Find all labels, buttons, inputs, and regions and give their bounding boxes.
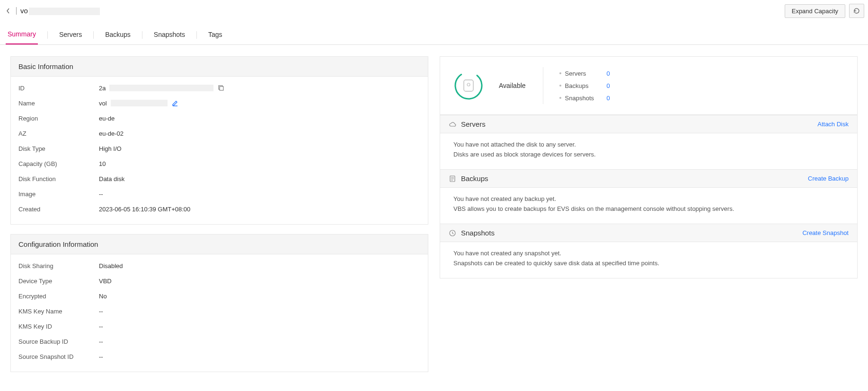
- count-servers-label: Servers: [565, 70, 603, 77]
- tab-summary[interactable]: Summary: [6, 26, 38, 44]
- backups-empty-line2: VBS allows you to create backups for EVS…: [453, 205, 844, 212]
- edit-icon[interactable]: [171, 99, 179, 107]
- section-snapshots-title: Snapshots: [461, 229, 495, 237]
- disk-icon: [463, 79, 474, 92]
- label-kms-name: KMS Key Name: [18, 308, 99, 315]
- value-capacity: 10: [99, 160, 106, 167]
- status-summary: Available Servers0 Backups0 Snapshots0: [440, 57, 857, 115]
- section-snapshots-body: You have not created any snapshot yet. S…: [440, 242, 857, 278]
- status-counts: Servers0 Backups0 Snapshots0: [543, 67, 610, 104]
- create-backup-link[interactable]: Create Backup: [808, 175, 849, 182]
- snapshots-empty-line1: You have not created any snapshot yet.: [453, 250, 844, 257]
- label-name: Name: [18, 100, 99, 107]
- section-backups-header: Backups Create Backup: [440, 169, 857, 188]
- redacted-title: [29, 8, 100, 15]
- svg-point-4: [467, 83, 470, 86]
- file-icon: [449, 175, 456, 182]
- label-kms-id: KMS Key ID: [18, 323, 99, 330]
- status-text: Available: [499, 82, 526, 89]
- left-column: Basic Information ID 2a Name vol: [10, 56, 428, 372]
- status-ring-icon: [453, 70, 484, 101]
- section-backups-body: You have not created any backup yet. VBS…: [440, 188, 857, 224]
- back-icon[interactable]: [4, 7, 12, 15]
- tab-tags[interactable]: Tags: [206, 26, 224, 44]
- refresh-icon: [853, 7, 860, 15]
- servers-empty-line2: Disks are used as block storage devices …: [453, 151, 844, 158]
- refresh-button[interactable]: [849, 4, 864, 18]
- label-disk-function: Disk Function: [18, 175, 99, 182]
- tab-snapshots[interactable]: Snapshots: [152, 26, 187, 44]
- value-image: --: [99, 191, 103, 198]
- page-header: vo Expand Capacity: [0, 0, 868, 20]
- create-snapshot-link[interactable]: Create Snapshot: [802, 229, 849, 236]
- value-id: 2a: [99, 85, 106, 92]
- label-capacity: Capacity (GB): [18, 160, 99, 167]
- value-encrypted: No: [99, 293, 107, 300]
- value-name: vol: [99, 100, 107, 107]
- section-backups-title: Backups: [461, 174, 488, 182]
- value-sharing: Disabled: [99, 262, 123, 269]
- value-region: eu-de: [99, 115, 115, 122]
- servers-empty-line1: You have not attached the disk to any se…: [453, 141, 844, 148]
- expand-capacity-button[interactable]: Expand Capacity: [785, 4, 845, 18]
- value-kms-id: --: [99, 323, 103, 330]
- label-device: Device Type: [18, 278, 99, 285]
- divider: [196, 31, 197, 39]
- value-disk-type: High I/O: [99, 145, 122, 152]
- value-device: VBD: [99, 278, 112, 285]
- count-backups-label: Backups: [565, 82, 603, 89]
- label-az: AZ: [18, 130, 99, 137]
- value-disk-function: Data disk: [99, 175, 124, 182]
- dot-icon: [559, 72, 561, 74]
- value-src-backup: --: [99, 338, 103, 345]
- dot-icon: [559, 85, 561, 87]
- section-servers-body: You have not attached the disk to any se…: [440, 133, 857, 169]
- section-snapshots-header: Snapshots Create Snapshot: [440, 224, 857, 242]
- copy-icon[interactable]: [217, 84, 225, 92]
- svg-rect-1: [220, 87, 223, 90]
- value-created: 2023-06-05 16:10:39 GMT+08:00: [99, 206, 190, 213]
- count-servers-value[interactable]: 0: [607, 70, 610, 77]
- section-servers-header: Servers Attach Disk: [440, 115, 857, 133]
- dot-icon: [559, 97, 561, 99]
- config-info-title: Configuration Information: [11, 235, 428, 254]
- right-column: Available Servers0 Backups0 Snapshots0 S…: [440, 56, 858, 278]
- count-snapshots-value[interactable]: 0: [607, 95, 610, 102]
- redacted-name: [111, 100, 168, 106]
- label-image: Image: [18, 191, 99, 198]
- page-title: vo: [20, 7, 100, 15]
- cloud-icon: [449, 121, 456, 128]
- tab-backups[interactable]: Backups: [103, 26, 133, 44]
- divider: [93, 31, 94, 39]
- tab-servers[interactable]: Servers: [57, 26, 84, 44]
- backups-empty-line1: You have not created any backup yet.: [453, 195, 844, 202]
- label-src-snapshot: Source Snapshot ID: [18, 353, 99, 360]
- count-snapshots-label: Snapshots: [565, 95, 603, 102]
- value-src-snapshot: --: [99, 353, 103, 360]
- divider: [47, 31, 48, 39]
- basic-info-title: Basic Information: [11, 57, 428, 77]
- section-servers-title: Servers: [461, 120, 486, 128]
- status-panel: Available Servers0 Backups0 Snapshots0 S…: [440, 56, 858, 278]
- content-area: Basic Information ID 2a Name vol: [0, 45, 868, 372]
- label-created: Created: [18, 206, 99, 213]
- label-disk-type: Disk Type: [18, 145, 99, 152]
- value-az: eu-de-02: [99, 130, 124, 137]
- config-info-panel: Configuration Information Disk SharingDi…: [10, 234, 428, 372]
- divider: [142, 31, 142, 39]
- page-title-text: vo: [20, 7, 28, 15]
- label-encrypted: Encrypted: [18, 293, 99, 300]
- row-id: ID 2a: [18, 80, 420, 96]
- value-kms-name: --: [99, 308, 103, 315]
- label-src-backup: Source Backup ID: [18, 338, 99, 345]
- label-id: ID: [18, 85, 99, 92]
- redacted-id: [109, 85, 213, 91]
- label-sharing: Disk Sharing: [18, 262, 99, 269]
- tab-bar: Summary Servers Backups Snapshots Tags: [0, 26, 868, 45]
- count-backups-value[interactable]: 0: [607, 82, 610, 89]
- basic-info-panel: Basic Information ID 2a Name vol: [10, 56, 428, 225]
- attach-disk-link[interactable]: Attach Disk: [817, 121, 849, 128]
- label-region: Region: [18, 115, 99, 122]
- snapshots-empty-line2: Snapshots can be created to quickly save…: [453, 260, 844, 267]
- divider: [16, 7, 17, 15]
